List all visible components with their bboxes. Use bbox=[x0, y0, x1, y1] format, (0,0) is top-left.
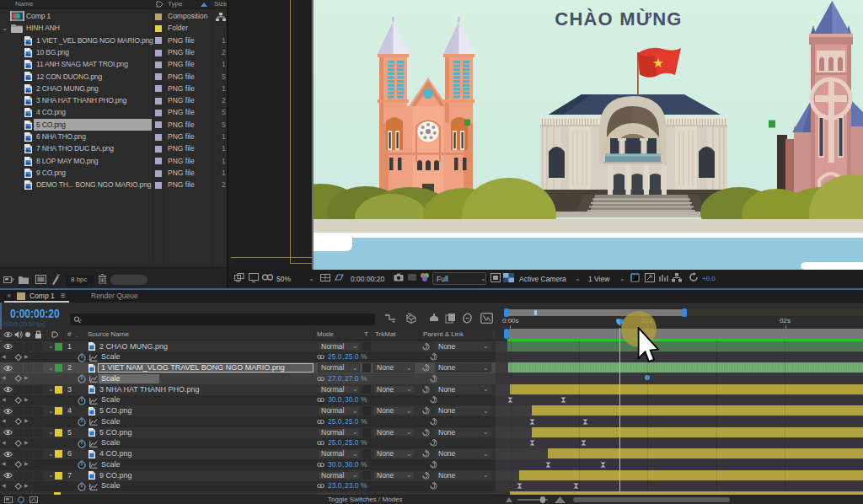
svg-text:CHÀO MỪNG: CHÀO MỪNG bbox=[555, 8, 682, 29]
